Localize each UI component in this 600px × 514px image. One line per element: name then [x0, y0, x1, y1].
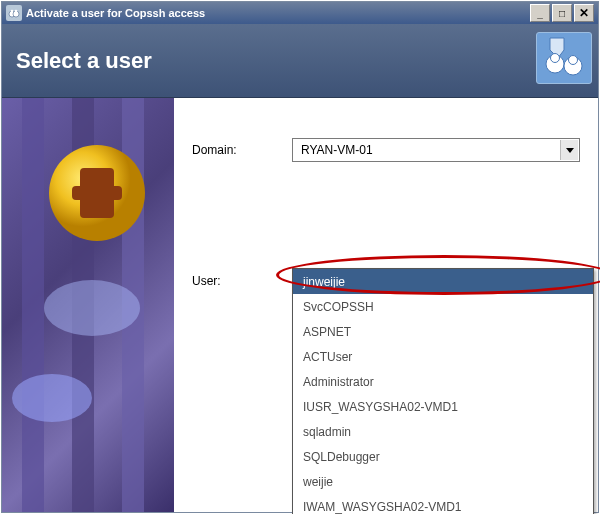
- app-icon: [6, 5, 22, 21]
- user-option-iwam[interactable]: IWAM_WASYGSHA02-VMD1: [293, 494, 593, 514]
- svg-point-7: [569, 56, 578, 65]
- close-button[interactable]: ✕: [574, 4, 594, 22]
- svg-rect-15: [72, 186, 122, 200]
- dialog-header: Select a user: [2, 24, 598, 98]
- user-option-actuser[interactable]: ACTUser: [293, 344, 593, 369]
- svg-point-5: [551, 54, 560, 63]
- user-option-jinweijie[interactable]: jinweijie: [293, 269, 593, 294]
- chevron-down-icon[interactable]: [560, 140, 578, 160]
- user-option-sqldebugger[interactable]: SQLDebugger: [293, 444, 593, 469]
- domain-value: RYAN-VM-01: [301, 143, 373, 157]
- user-option-sqladmin[interactable]: sqladmin: [293, 419, 593, 444]
- wizard-sidebar-image: [2, 98, 174, 512]
- user-label: User:: [192, 268, 292, 288]
- user-option-administrator[interactable]: Administrator: [293, 369, 593, 394]
- domain-label: Domain:: [192, 143, 292, 157]
- user-option-svccopssh[interactable]: SvcCOPSSH: [293, 294, 593, 319]
- svg-rect-8: [22, 98, 44, 512]
- window-title: Activate a user for Copssh access: [26, 7, 530, 19]
- maximize-button[interactable]: □: [552, 4, 572, 22]
- window-frame: Activate a user for Copssh access _ □ ✕ …: [1, 1, 599, 513]
- svg-point-11: [12, 374, 92, 422]
- svg-point-2: [11, 10, 14, 13]
- svg-point-12: [44, 280, 140, 336]
- svg-point-3: [15, 10, 18, 13]
- domain-select[interactable]: RYAN-VM-01: [292, 138, 580, 162]
- minimize-button[interactable]: _: [530, 4, 550, 22]
- window-controls: _ □ ✕: [530, 4, 594, 22]
- users-icon: [536, 32, 592, 84]
- domain-row: Domain: RYAN-VM-01: [192, 138, 580, 162]
- titlebar[interactable]: Activate a user for Copssh access _ □ ✕: [2, 2, 598, 24]
- user-option-weijie[interactable]: weijie: [293, 469, 593, 494]
- page-title: Select a user: [16, 48, 152, 74]
- user-option-aspnet[interactable]: ASPNET: [293, 319, 593, 344]
- content-area: Domain: RYAN-VM-01 User: jinweijie SvcCO…: [2, 98, 598, 512]
- user-dropdown-list[interactable]: jinweijie SvcCOPSSH ASPNET ACTUser Admin…: [292, 268, 594, 514]
- user-option-iusr[interactable]: IUSR_WASYGSHA02-VMD1: [293, 394, 593, 419]
- form-area: Domain: RYAN-VM-01 User: jinweijie SvcCO…: [174, 98, 598, 512]
